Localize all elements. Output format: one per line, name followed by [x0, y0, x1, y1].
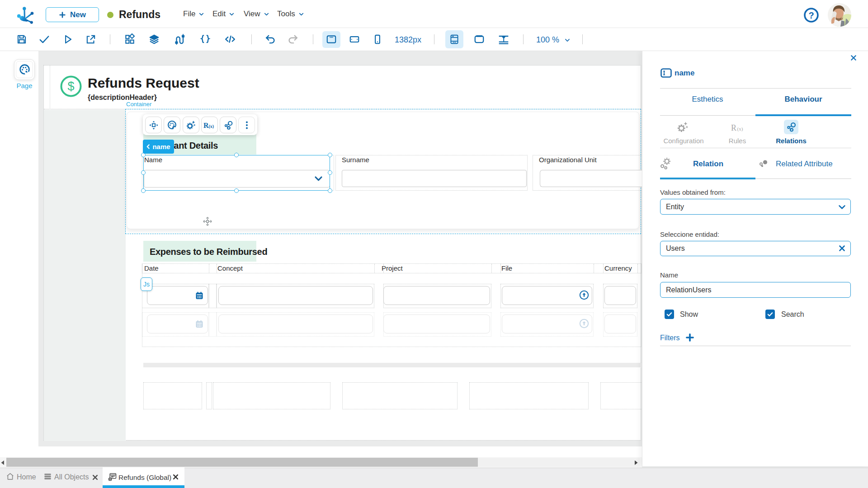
svg-text:R: R: [731, 123, 736, 132]
svg-text:(x): (x): [737, 126, 743, 132]
svg-text:$: $: [67, 80, 74, 93]
svg-text:(x): (x): [209, 123, 214, 129]
svg-text:?: ?: [808, 10, 814, 20]
svg-text:R: R: [203, 121, 209, 129]
